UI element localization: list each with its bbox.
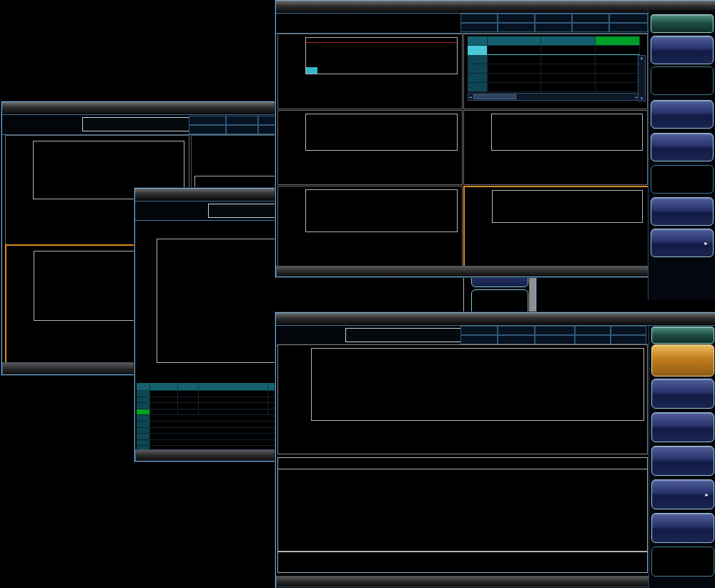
panel-pulse-phase[interactable] [277, 186, 463, 266]
threshold-line [306, 42, 457, 43]
avg-hold-mode-button[interactable] [651, 379, 714, 409]
table-row[interactable] [468, 83, 640, 92]
panel-pulse-params-table[interactable]: ◄► ▲▼ [463, 34, 648, 109]
y-axis-labels [8, 251, 34, 321]
filter-info-box [277, 552, 648, 573]
modulate-table-button[interactable] [651, 197, 714, 226]
v-scrollbar[interactable]: ▲▼ [638, 55, 646, 101]
scroll-down-icon: ▼ [640, 96, 644, 101]
scroll-up-icon: ▲ [640, 56, 644, 60]
table-row[interactable] [468, 55, 640, 64]
table-row[interactable] [468, 64, 640, 74]
panel-pulse-freq[interactable] [463, 110, 648, 185]
params-table-header [468, 36, 640, 46]
y-axis-labels [7, 141, 33, 199]
analog-hold-row [2, 114, 280, 135]
af-waveform-plot [311, 348, 644, 421]
pulse-freq-plot [491, 114, 643, 151]
scroll-left-icon: ◄ [469, 94, 472, 99]
window-type-button[interactable] [651, 14, 714, 33]
plot-header [157, 222, 162, 230]
more-button[interactable]: ► [651, 229, 714, 257]
table-row[interactable] [468, 74, 640, 83]
rf-spectrum-plot [492, 190, 643, 223]
audio-cal-button[interactable] [651, 513, 714, 543]
peak-hold-button[interactable] [651, 412, 714, 442]
right-arrow-icon: ► [704, 492, 709, 497]
audio-title-bar [276, 313, 715, 324]
pulse-ampl-plot [305, 114, 458, 151]
panel-pulse-ampl[interactable] [277, 110, 463, 185]
hold-number-input[interactable] [82, 117, 197, 131]
hold-number-input[interactable] [345, 328, 468, 342]
pulse-softkey-menu: ► [648, 10, 715, 300]
pulse-phase-plot [305, 189, 458, 232]
pulse-status-table [460, 14, 648, 32]
window-audio-demod: ► [275, 312, 715, 588]
desktop: { "colors":{"accent_cyan":"#2fc9d4","tra… [0, 0, 715, 588]
panel-time-overview[interactable] [277, 34, 463, 109]
right-arrow-icon: ► [704, 241, 709, 246]
audio-status-table [460, 326, 646, 344]
trend-button[interactable] [651, 133, 714, 161]
time-overview-plot [305, 37, 458, 74]
gate-marker [306, 67, 317, 74]
panel-rf-spectrum[interactable] [463, 186, 649, 268]
avg-hold-times-button[interactable] [651, 344, 714, 377]
analog-status-table [189, 116, 280, 134]
audio-softkey-menu: ► [649, 326, 715, 588]
pulse-statistics-button[interactable] [651, 100, 714, 129]
blank-softkey[interactable] [651, 66, 714, 95]
demod-time-button[interactable] [651, 446, 714, 476]
filter-setup-button[interactable]: ► [651, 479, 714, 509]
h-scrollbar[interactable]: ◄► [468, 93, 639, 101]
measure-result-title [278, 458, 647, 469]
y-axis-labels [135, 239, 157, 363]
panel-af-waveform[interactable] [277, 344, 648, 454]
table-row[interactable] [468, 46, 640, 55]
measure-result-box [277, 457, 648, 552]
meas-setup-button[interactable] [651, 327, 714, 344]
analog-title-bar [2, 102, 280, 114]
blank-softkey[interactable] [651, 165, 714, 194]
scroll-thumb[interactable] [473, 94, 516, 99]
blank-softkey[interactable] [651, 547, 714, 577]
pulse-spectrum-button[interactable] [651, 36, 714, 64]
y-axis-labels [280, 348, 311, 421]
